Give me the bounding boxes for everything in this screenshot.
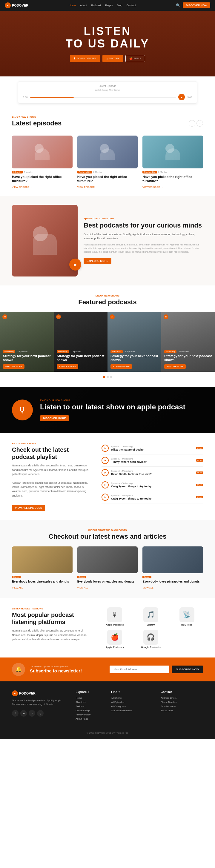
- episodes-grid: Lifestyle 2 Months Have you picked the r…: [12, 135, 203, 189]
- footer-link-about[interactable]: About Us: [75, 701, 104, 704]
- linkedin-icon[interactable]: in: [29, 710, 35, 717]
- platform-spotify[interactable]: 🎵 Spotify: [135, 607, 167, 626]
- latest-episodes-section: Enjoy New Shows Latest episodes ‹ › Life…: [0, 108, 215, 196]
- episode-thumb-1: [12, 135, 72, 168]
- platform-apple[interactable]: 🎙 Apple Podcasts: [98, 607, 131, 626]
- hero-buttons: ⬇ DOWNLOAD APP ♫ SPOTIFY 🍎 APPLE: [70, 55, 146, 62]
- google-icon[interactable]: g: [37, 710, 43, 717]
- footer-link-contact[interactable]: Contact Page: [75, 709, 104, 712]
- footer-grid: P PODOVER Our pick of the best podcasts …: [12, 690, 203, 722]
- apple-podcasts-label: Apple Podcasts: [106, 623, 124, 626]
- logo-text: PODOVER: [12, 4, 28, 7]
- promo-desc: Our pick of the best podcasts on Spotify…: [84, 232, 203, 241]
- news-title: Checkout our latest news and articles: [12, 533, 203, 540]
- episode-link-3[interactable]: VIEW EPISODE →: [143, 186, 163, 188]
- footer-email[interactable]: Email Address: [161, 705, 203, 708]
- dot-2[interactable]: [106, 376, 109, 378]
- news-grid: Career Everybody loves pineapples and do…: [12, 547, 203, 589]
- playlist-tag-1: PLAY: [196, 447, 203, 450]
- discover-button[interactable]: DISCOVER NOW: [183, 2, 210, 8]
- nav-about[interactable]: About: [80, 4, 87, 7]
- nav-arrows: ‹ ›: [189, 120, 203, 127]
- episode-link-1[interactable]: VIEW EPISODE →: [12, 186, 32, 188]
- playlist-tag-5: PLAY: [196, 496, 203, 498]
- play-icon-4[interactable]: ▶: [101, 481, 109, 489]
- nav-podcast[interactable]: Podcast: [91, 4, 101, 7]
- footer-link-about-page[interactable]: About Page: [75, 717, 104, 720]
- fc-btn-3[interactable]: EXPLORE MORE: [111, 364, 132, 369]
- playlist-episode-1: Episode 1 - Technology: [111, 445, 193, 447]
- hero-section: LISTEN TO US DAILY ⬇ DOWNLOAD APP ♫ SPOT…: [0, 11, 215, 76]
- search-icon[interactable]: 🔍: [176, 3, 180, 7]
- playlist-item-content-5: Episode 5 - Microphone Craig Tyson: thin…: [111, 494, 193, 500]
- platform-apple2[interactable]: 🍎 Apple Podcasts: [98, 630, 131, 649]
- dot-1[interactable]: [103, 376, 105, 378]
- playlist-btn[interactable]: VIEW ALL EPISODES: [12, 505, 45, 511]
- prev-arrow[interactable]: ‹: [189, 120, 195, 127]
- footer-link-podcast[interactable]: Podcast: [75, 705, 104, 708]
- apple-btn[interactable]: DISCOVER MORE: [40, 415, 69, 421]
- playlist-item-title-5: Craig Tyson: things to try today: [111, 497, 193, 500]
- nav-contact[interactable]: Contact: [127, 4, 136, 7]
- news-thumb-2: [78, 547, 138, 573]
- platform-rss[interactable]: 📡 RSS Feed: [171, 607, 203, 626]
- news-category-2: Career: [78, 576, 86, 578]
- fc-episode-2: 2 Episodes: [71, 350, 82, 353]
- hero-title: LISTEN TO US DAILY: [66, 25, 150, 50]
- promo-btn[interactable]: EXPLORE MORE: [84, 258, 112, 264]
- fc-episode-4: 2 Episodes: [179, 350, 189, 353]
- platforms-tag: Listening Destinations: [12, 607, 90, 610]
- play-icon-3[interactable]: ▶: [101, 469, 109, 476]
- rss-label: RSS Feed: [181, 623, 192, 626]
- footer-link-categories[interactable]: All Categories: [111, 705, 153, 708]
- download-button[interactable]: ⬇ DOWNLOAD APP: [70, 55, 100, 62]
- play-icon-5[interactable]: ▶: [101, 494, 109, 501]
- nav-home[interactable]: Home: [69, 4, 76, 7]
- news-link-2[interactable]: VIEW ALL: [78, 586, 88, 589]
- newsletter-email-input[interactable]: [110, 665, 169, 673]
- platform-google[interactable]: 🎧 Google Podcasts: [135, 630, 167, 649]
- play-icon-2[interactable]: ▶: [101, 457, 109, 464]
- youtube-icon[interactable]: ▶: [20, 710, 27, 717]
- next-arrow[interactable]: ›: [196, 120, 203, 127]
- fc-episode-1: 2 Episodes: [17, 350, 28, 353]
- player-subtitle: Watch Along After News: [23, 89, 192, 91]
- player-controls: 0:00 ▶ 3:45: [23, 94, 192, 100]
- promo-play-button[interactable]: ▶: [69, 258, 81, 271]
- section-header: Enjoy New Shows Latest episodes ‹ ›: [12, 116, 203, 131]
- news-link-3[interactable]: VIEW ALL: [143, 586, 153, 589]
- featured-num-3: 21: [110, 314, 115, 319]
- footer-link-team[interactable]: Our Team Members: [111, 709, 153, 712]
- fc-btn-2[interactable]: EXPLORE MORE: [57, 364, 78, 369]
- footer-link-shows[interactable]: All Shows: [111, 696, 153, 699]
- apple-title: Listen to our latest show on apple podca…: [40, 403, 185, 411]
- player-progress[interactable]: [30, 97, 176, 98]
- footer-phone[interactable]: Phone Number: [161, 701, 203, 704]
- footer-link-privacy[interactable]: Privacy Policy: [75, 713, 104, 716]
- playlist-tag-4: PLAY: [196, 484, 203, 486]
- news-article-title-3: Everybody loves pineapples and donuts: [143, 580, 203, 584]
- episode-link-2[interactable]: VIEW EPISODE →: [78, 186, 98, 188]
- fc-btn-4[interactable]: EXPLORE MORE: [164, 364, 186, 369]
- featured-num-2: 21: [56, 314, 61, 319]
- footer-link-home[interactable]: Home: [75, 696, 104, 699]
- play-icon-1[interactable]: ▶: [101, 444, 109, 452]
- promo-title: Best podcasts for your curious minds: [84, 222, 203, 229]
- facebook-icon[interactable]: f: [12, 710, 19, 717]
- spotify-button[interactable]: ♫ SPOTIFY: [102, 55, 123, 62]
- news-link-1[interactable]: VIEW ALL: [12, 586, 23, 589]
- newsletter-submit-button[interactable]: SUBSCRIBE NOW: [172, 665, 203, 673]
- apple-button[interactable]: 🍎 APPLE: [125, 55, 146, 62]
- footer-social-links[interactable]: Social Links: [161, 709, 203, 712]
- logo[interactable]: P PODOVER: [5, 2, 28, 8]
- newsletter-form: SUBSCRIBE NOW: [110, 665, 203, 673]
- featured-title: Featured podcasts: [12, 298, 203, 306]
- play-button[interactable]: ▶: [178, 94, 185, 100]
- apple-podcast-icon: 🎙: [12, 400, 33, 421]
- nav-pages[interactable]: Pages: [105, 4, 113, 7]
- newsletter-small: Get the latest updates on all our podcas…: [30, 665, 105, 668]
- nav-blog[interactable]: Blog: [117, 4, 122, 7]
- footer-link-episodes[interactable]: All Episodes: [111, 701, 153, 704]
- dot-3[interactable]: [110, 376, 112, 378]
- fc-btn-1[interactable]: EXPLORE MORE: [3, 364, 25, 369]
